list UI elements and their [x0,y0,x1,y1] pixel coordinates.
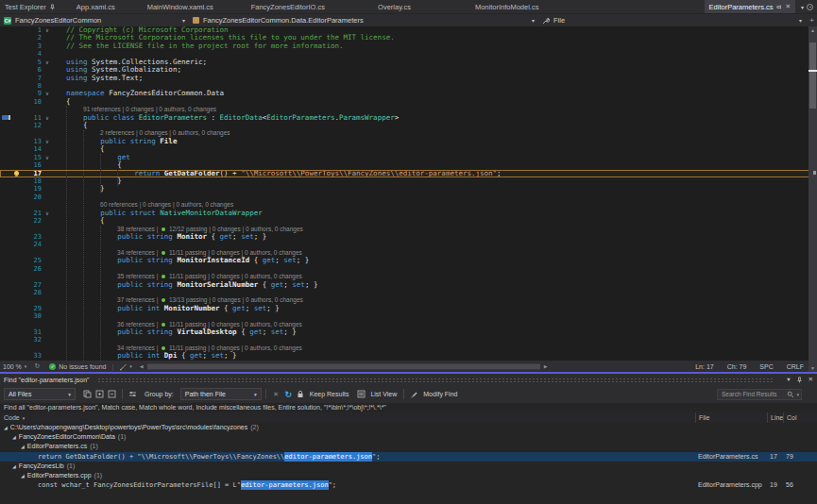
scroll-down-icon[interactable]: ▼ [808,364,817,372]
close-icon[interactable]: ✕ [786,3,791,10]
zoom-level-dropdown[interactable]: 100 % ▾ [3,363,26,370]
find-group-row[interactable]: ◢C:\Users\zhaopengwang\Desktop\powertoys… [0,423,817,432]
glyph-margin [0,98,25,106]
group-by-dropdown[interactable]: Path then File ▾ [180,388,262,400]
code-area[interactable]: 1∨// Copyright (c) Microsoft Corporation… [0,26,817,361]
tab-editorparameters-cs-active[interactable]: EditorParameters.cs ✕ [705,0,795,13]
code-line[interactable]: 22 { [0,217,817,225]
copy-icon[interactable] [81,388,94,400]
code-line[interactable]: 32 [0,336,817,344]
search-icon[interactable] [787,391,794,398]
collapse-all-icon[interactable] [106,388,118,400]
code-line[interactable]: 31 public string VirtualDesktop { get; s… [0,328,817,336]
code-line[interactable]: 12 { [0,122,817,129]
spaces-indicator[interactable]: SPC [759,363,773,370]
code-line[interactable]: 29 public int MonitorNumber { get; set; … [0,305,817,312]
search-input[interactable] [722,391,787,397]
tab-test-explorer[interactable]: Test Explorer [3,0,58,13]
scope-dropdown[interactable]: All Files ▾ [4,388,76,400]
code-line[interactable]: 19 } [0,185,817,193]
code-line[interactable]: 26 [0,265,817,273]
code-line[interactable]: 11∨ public class EditorParameters : Edit… [0,114,817,122]
tab-options-icon[interactable] [807,4,813,10]
tab-mainwindow-xaml-cs[interactable]: MainWindow.xaml.cs [145,0,215,13]
column-line[interactable]: Line [767,412,783,423]
tab-monitorinfomodel-cs[interactable]: MonitorInfoModel.cs [473,0,541,13]
member-dropdown[interactable]: File ▾ [538,14,817,26]
clear-results-icon[interactable]: ✕ [270,388,282,400]
find-group-row[interactable]: ◢EditorParameters.cpp(1) [0,471,817,480]
refresh-icon[interactable]: ↻ [282,388,295,400]
find-panel-title-bar[interactable]: Find "editor-parameters.json" ▾ ✕ [0,374,817,385]
scroll-right-icon[interactable]: ▶ [544,363,548,369]
tab-overlay-cs[interactable]: Overlay.cs [376,0,413,13]
scroll-up-icon[interactable]: ▲ [808,26,817,34]
code-line[interactable]: 30 [0,312,817,320]
list-view-icon[interactable] [355,388,367,400]
chevron-down-icon[interactable]: ▾ [129,363,132,369]
code-line[interactable]: 3// See the LICENSE file in the project … [0,42,817,50]
code-line[interactable]: 9∨namespace FancyZonesEditorCommon.Data [0,90,817,97]
code-line[interactable]: 20 [0,193,817,201]
code-line[interactable]: 21∨ public struct NativeMonitorDataWrapp… [0,210,817,217]
scroll-left-icon[interactable]: ◀ [140,363,144,369]
vertical-scrollbar[interactable]: ▲ ▼ [808,26,817,372]
expand-all-icon[interactable] [94,388,106,400]
sync-status-icon[interactable]: ↻ [34,362,40,370]
project-dropdown[interactable]: C# FancyZonesEditorCommon ▾ [0,14,189,26]
code-line[interactable]: 28 [0,289,817,296]
tab-label: FancyZonesEditorIO.cs [251,3,325,11]
column-file[interactable]: File [695,412,767,423]
token: string [147,232,173,241]
find-group-row[interactable]: ◢FancyZonesLib(1) [0,462,817,471]
glyph-margin [0,226,25,233]
fold-chevron-icon: ∨ [42,26,53,34]
code-line[interactable]: 17 return GetDataFolder() + "\\Microsoft… [0,170,817,177]
code-line[interactable]: 27 public string MonitorSerialNumber { g… [0,281,817,289]
code-line[interactable]: 15∨ get [0,154,817,161]
modify-find-pencil-icon[interactable] [408,388,420,400]
column-col[interactable]: Col [783,412,817,423]
tab-fancyzoneseditorio-cs[interactable]: FancyZonesEditorIO.cs [249,0,327,13]
column-code[interactable]: Code ▾ [0,414,25,421]
code-line[interactable]: 25 public string MonitorInstanceId { get… [0,257,817,264]
window-position-chevron-icon[interactable]: ▾ [787,376,790,383]
code-text [53,241,817,248]
line-ending-indicator[interactable]: CRLF [787,363,804,370]
health-check-icon[interactable]: ✓ [49,363,56,370]
toggle-columns-icon[interactable] [127,388,139,400]
find-group-row[interactable]: ◢EditorParameters.cs(1) [0,442,817,451]
search-find-results-box[interactable]: ▾ [717,389,802,400]
code-cleanup-icon[interactable] [119,362,128,371]
type-dropdown[interactable]: FancyZonesEditorCommon.Data.EditorParame… [189,14,538,26]
find-result-row[interactable]: return GetDataFolder() + "\\Microsoft\\P… [0,452,817,462]
close-icon[interactable]: ✕ [808,376,813,383]
code-line[interactable]: 18 } [0,177,817,185]
find-group-row[interactable]: ◢FancyZonesEditorCommon\Data(1) [0,432,817,442]
list-view-label[interactable]: List View [370,391,397,397]
code-line[interactable]: 23 public string Monitor { get; set; } [0,233,817,241]
scrollbar-thumb[interactable] [809,42,816,109]
token: { [249,256,263,264]
keep-open-pin-icon[interactable] [776,4,783,10]
code-line[interactable]: 13∨ public string File [0,138,817,145]
results-header-row[interactable]: Code ▾ File Line Col [0,412,817,423]
tab-app-xaml-cs[interactable]: App.xaml.cs [75,0,117,13]
code-line[interactable]: 33 public int Dpi { get; set; } [0,352,817,360]
fold-margin [42,265,53,273]
code-line[interactable]: 24 [0,241,817,248]
tab-list-chevron-icon[interactable]: ▾ [801,4,804,10]
pin-icon[interactable] [796,377,803,383]
caret-info: Ln: 17 Ch: 79 SPC CRLF [695,363,804,370]
pin-icon[interactable] [49,4,56,10]
modify-find-label[interactable]: Modify Find [423,391,457,397]
code-line[interactable]: 10{ [0,98,817,106]
code-line[interactable]: 7using System.Text; [0,75,817,82]
keep-results-label[interactable]: Keep Results [310,391,349,397]
split-editor-handle[interactable]: + [808,16,816,25]
scrollbar-thumb[interactable] [147,364,540,369]
find-result-row[interactable]: const wchar_t FancyZonesEditorParameters… [0,480,817,490]
horizontal-scrollbar[interactable] [147,363,540,370]
keep-results-lock-icon[interactable] [295,388,307,400]
chevron-down-icon[interactable]: ▾ [796,392,799,397]
